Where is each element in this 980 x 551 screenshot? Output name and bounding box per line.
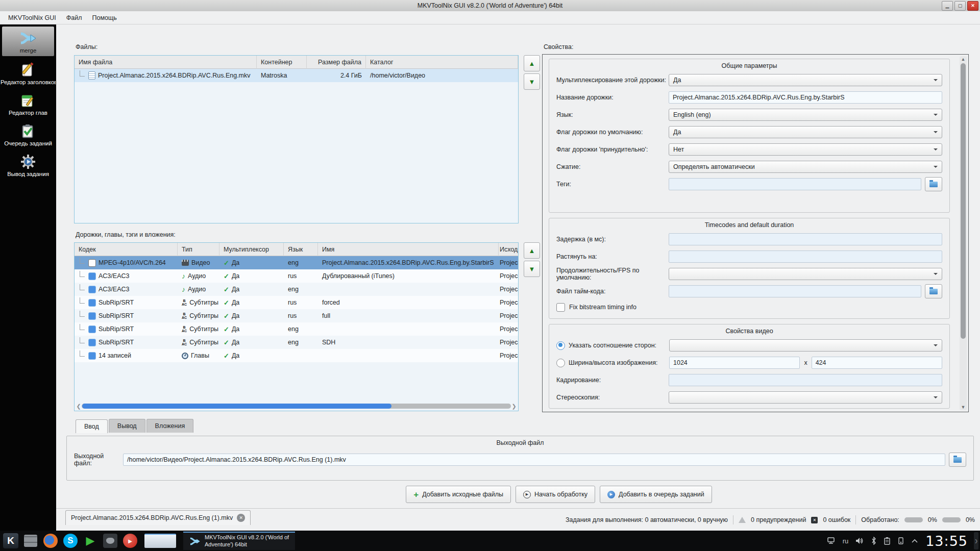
tags-input[interactable] — [669, 178, 921, 190]
sidebar-item-job-queue[interactable]: Очередь заданий — [0, 119, 56, 149]
default-track-flag-combo[interactable]: Да — [669, 126, 942, 138]
network-icon[interactable] — [827, 537, 836, 545]
timecode-browse-button[interactable] — [925, 284, 942, 298]
tab-attachments[interactable]: Вложения — [146, 419, 194, 433]
files-move-down-button[interactable]: ▼ — [524, 73, 540, 90]
scrollbar-thumb[interactable] — [82, 404, 391, 409]
scroll-left-icon[interactable]: ❮ — [76, 403, 82, 410]
table-row[interactable]: SubRip/SRT BACСубтитры ✓Да eng SDH Proje… — [75, 336, 518, 349]
table-row[interactable]: 14 записей Главы ✓Да Projec — [75, 349, 518, 362]
add-source-files-button[interactable]: + Добавить исходные файлы — [406, 486, 511, 503]
tab-input[interactable]: Ввод — [76, 419, 108, 433]
track-checkbox[interactable] — [88, 272, 96, 280]
open-file-tab[interactable]: Project.Almanac.2015.x264.BDRip.AVC.Rus.… — [65, 510, 251, 525]
start-muxing-button[interactable]: ▶ Начать обработку — [516, 486, 595, 503]
fix-bitstream-timing-checkbox[interactable] — [556, 303, 565, 312]
table-row[interactable]: AC3/EAC3 ♪Аудио ✓Да rus Дублированный (i… — [75, 269, 518, 283]
panel-expander[interactable]: ❯ — [974, 532, 978, 549]
default-duration-combo[interactable] — [669, 268, 942, 280]
track-checkbox[interactable] — [88, 352, 96, 360]
tray-expand-icon[interactable] — [911, 538, 918, 543]
close-button[interactable]: ✕ — [967, 1, 978, 11]
track-checkbox[interactable] — [88, 339, 96, 346]
taskbar-app-mkvtoolnix[interactable]: MKVToolNix GUI v8.2.0 ('World of Adventu… — [183, 532, 295, 550]
taskbar-clock[interactable]: 13:55 — [925, 533, 968, 549]
stretch-input[interactable] — [669, 251, 942, 263]
table-row[interactable]: Project.Almanac.2015.x264.BDRip.AVC.Rus.… — [75, 69, 518, 82]
sidebar-item-job-output[interactable]: Вывод задания — [0, 150, 56, 180]
track-checkbox[interactable] — [88, 325, 96, 333]
tags-browse-button[interactable] — [925, 177, 942, 191]
track-name-input[interactable] — [669, 91, 942, 104]
aspect-ratio-combo[interactable] — [669, 339, 942, 352]
chapters-icon — [182, 353, 188, 359]
column-header[interactable]: Имя файла — [75, 56, 257, 69]
keyboard-layout-indicator[interactable]: ru — [843, 537, 849, 545]
display-height-input[interactable] — [812, 357, 942, 369]
tracks-move-up-button[interactable]: ▲ — [524, 242, 540, 259]
output-browse-button[interactable] — [949, 453, 966, 467]
track-checkbox[interactable] — [88, 299, 96, 307]
compression-combo[interactable]: Определять автоматически — [669, 161, 942, 173]
table-row[interactable]: MPEG-4p10/AVC/h.264 Видео ✓Да eng Projec… — [75, 256, 518, 269]
column-header[interactable]: Тип — [178, 243, 219, 256]
delay-input[interactable] — [669, 233, 942, 245]
media-player-launcher[interactable]: ▶ — [81, 532, 100, 550]
column-header[interactable]: Размер файла — [307, 56, 366, 69]
mux-this-track-combo[interactable]: Да — [669, 74, 942, 86]
device-notifier-icon[interactable] — [897, 537, 904, 545]
column-header[interactable]: Язык — [284, 243, 318, 256]
bluetooth-icon[interactable] — [871, 537, 877, 545]
menu-file[interactable]: Файл — [61, 12, 87, 23]
scroll-up-icon[interactable]: ▲ — [960, 57, 967, 62]
vertical-scrollbar[interactable]: ▲ ▼ — [960, 56, 967, 410]
table-row[interactable]: SubRip/SRT BACСубтитры ✓Да rus forced Pr… — [75, 296, 518, 309]
tracks-move-down-button[interactable]: ▼ — [524, 261, 540, 277]
menu-help[interactable]: Помощь — [87, 12, 122, 23]
column-header[interactable]: Исход — [499, 243, 518, 256]
tab-output[interactable]: Вывод — [109, 419, 145, 433]
add-to-job-queue-button[interactable]: ▶ Добавить в очередь заданий — [600, 486, 712, 503]
column-header[interactable]: Каталог — [366, 56, 518, 69]
column-header[interactable]: Мультиплексор — [219, 243, 284, 256]
output-file-input[interactable] — [123, 454, 945, 466]
language-combo[interactable]: English (eng) — [669, 109, 942, 121]
maximize-button[interactable]: ▢ — [954, 1, 966, 11]
table-row[interactable]: AC3/EAC3 ♪Аудио ✓Да eng Projec — [75, 283, 518, 296]
column-header[interactable]: Кодек — [75, 243, 178, 256]
cropping-input[interactable] — [669, 374, 942, 386]
menu-mkvtoolnix[interactable]: MKVToolNix GUI — [3, 12, 61, 23]
stereoscopy-combo[interactable] — [669, 391, 942, 404]
column-header[interactable]: Имя — [318, 243, 499, 256]
browser-launcher[interactable] — [41, 532, 60, 550]
track-checkbox[interactable] — [88, 259, 96, 267]
display-dimensions-radio[interactable] — [556, 359, 565, 367]
minimized-window-button[interactable] — [144, 534, 176, 548]
minimize-button[interactable]: ▁ — [942, 1, 953, 11]
aspect-ratio-radio[interactable] — [556, 341, 565, 350]
close-tab-icon[interactable]: ✕ — [237, 514, 245, 522]
column-header[interactable]: Контейнер — [257, 56, 307, 69]
files-move-up-button[interactable]: ▲ — [524, 55, 540, 71]
scrollbar-thumb[interactable] — [961, 63, 966, 339]
sidebar-item-header-editor[interactable]: Редактор заголовков — [0, 58, 56, 88]
table-row[interactable]: SubRip/SRT BACСубтитры ✓Да rus full Proj… — [75, 309, 518, 322]
sidebar-item-chapter-editor[interactable]: Редактор глав — [0, 89, 56, 118]
scroll-right-icon[interactable]: ❯ — [511, 403, 517, 410]
skype-launcher[interactable]: S — [61, 532, 80, 550]
display-width-input[interactable] — [669, 357, 800, 369]
track-checkbox[interactable] — [88, 286, 96, 293]
forced-track-flag-combo[interactable]: Нет — [669, 143, 942, 156]
video-player-launcher[interactable]: ▶ — [121, 532, 139, 550]
track-checkbox[interactable] — [88, 312, 96, 320]
scroll-down-icon[interactable]: ▼ — [960, 405, 967, 410]
graphics-app-launcher[interactable] — [101, 532, 119, 550]
table-row[interactable]: SubRip/SRT BACСубтитры ✓Да eng Projec — [75, 322, 518, 336]
sidebar-item-merge[interactable]: merge — [2, 27, 54, 56]
horizontal-scrollbar[interactable]: ❮ ❯ — [76, 403, 517, 410]
volume-icon[interactable] — [855, 537, 864, 545]
file-manager-launcher[interactable] — [21, 532, 40, 550]
timecode-file-input[interactable] — [669, 285, 921, 297]
clipboard-icon[interactable] — [884, 537, 891, 545]
kde-menu-button[interactable]: K — [2, 532, 20, 550]
